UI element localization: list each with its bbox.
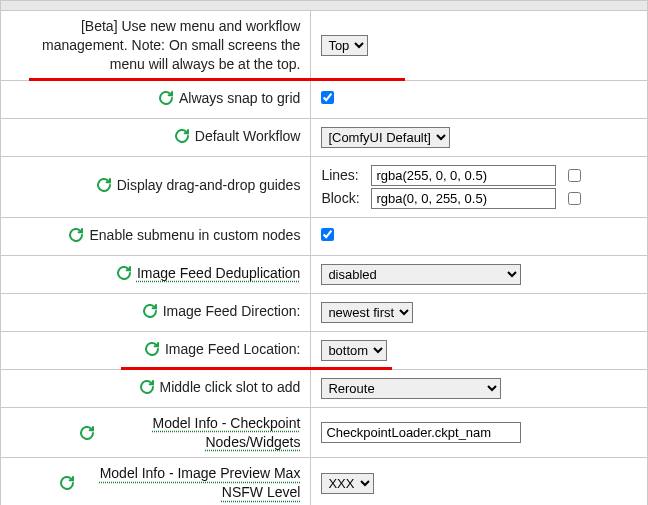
refresh-icon xyxy=(142,303,158,319)
settings-table: [Beta] Use new menu and workflow managem… xyxy=(0,10,648,505)
dnd-block-input[interactable] xyxy=(371,188,556,209)
image-feed-location-label: Image Feed Location: xyxy=(165,341,300,357)
middle-click-slot-label: Middle click slot to add xyxy=(160,379,301,395)
middle-click-slot-select[interactable]: Reroute xyxy=(321,378,501,399)
refresh-icon xyxy=(174,128,190,144)
beta-menu-select[interactable]: Top xyxy=(321,35,368,56)
dnd-lines-checkbox[interactable] xyxy=(568,169,581,182)
beta-menu-label: [Beta] Use new menu and workflow managem… xyxy=(9,17,300,74)
image-feed-direction-select[interactable]: newest first xyxy=(321,302,413,323)
default-workflow-select[interactable]: [ComfyUI Default] xyxy=(321,127,450,148)
dnd-lines-label: Lines: xyxy=(321,167,365,183)
enable-submenu-label: Enable submenu in custom nodes xyxy=(89,227,300,243)
refresh-icon xyxy=(139,379,155,395)
dnd-guides-label: Display drag-and-drop guides xyxy=(117,177,301,193)
refresh-icon xyxy=(68,227,84,243)
refresh-icon xyxy=(59,475,75,491)
dnd-block-checkbox[interactable] xyxy=(568,192,581,205)
refresh-icon xyxy=(79,425,95,441)
snap-grid-checkbox[interactable] xyxy=(321,91,334,104)
dnd-block-label: Block: xyxy=(321,190,365,206)
default-workflow-label: Default Workflow xyxy=(195,128,301,144)
image-feed-direction-label: Image Feed Direction: xyxy=(163,303,301,319)
model-info-checkpoint-input[interactable] xyxy=(321,422,521,443)
dnd-lines-input[interactable] xyxy=(371,165,556,186)
refresh-icon xyxy=(96,177,112,193)
refresh-icon xyxy=(116,265,132,281)
enable-submenu-checkbox[interactable] xyxy=(321,228,334,241)
panel-top-border xyxy=(0,0,648,10)
model-info-nsfw-label: Model Info - Image Preview Max NSFW Leve… xyxy=(80,464,300,502)
image-feed-location-select[interactable]: bottom xyxy=(321,340,387,361)
refresh-icon xyxy=(158,90,174,106)
refresh-icon xyxy=(144,341,160,357)
model-info-checkpoint-label: Model Info - Checkpoint Nodes/Widgets xyxy=(100,414,300,452)
image-feed-dedup-select[interactable]: disabled xyxy=(321,264,521,285)
image-feed-dedup-label: Image Feed Deduplication xyxy=(137,265,300,281)
model-info-nsfw-select[interactable]: XXX xyxy=(321,473,374,494)
snap-grid-label: Always snap to grid xyxy=(179,90,300,106)
